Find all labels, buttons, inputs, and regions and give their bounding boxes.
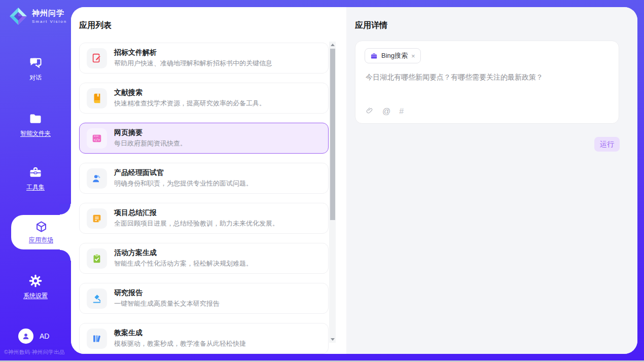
hash-icon[interactable]: #: [399, 107, 404, 116]
at-icon[interactable]: @: [382, 107, 390, 116]
sidebar-item-label: 智能文件夹: [20, 129, 51, 138]
sidebar-item-label: 对话: [29, 74, 42, 82]
avatar: [18, 329, 33, 344]
chat-icon: [28, 56, 43, 70]
app-desc: 帮助用户快速、准确地理解和解析招标书中的关键信息: [114, 59, 272, 68]
cube-icon: [34, 220, 48, 234]
app-list-title: 应用列表: [79, 20, 112, 31]
user-icon: [21, 332, 30, 341]
app-desc: 全面回顾项目进展，总结经验教训，助力未来优化发展。: [114, 219, 279, 228]
document-pen-icon: [87, 48, 107, 68]
bubble-top-fillet: [60, 204, 71, 215]
app-title: 网页摘要: [114, 128, 187, 137]
app-card-event-plan[interactable]: 活动方案生成 智能生成个性化活动方案，轻松解决规划难题。: [79, 243, 329, 274]
app-card-research-report[interactable]: 研究报告 一键智能生成高质量长文本研究报告: [79, 283, 329, 314]
sidebar-item-chat[interactable]: 对话: [0, 56, 71, 82]
app-desc: 一键智能生成高质量长文本研究报告: [114, 299, 220, 308]
app-title: 招标文件解析: [114, 48, 272, 57]
sidebar-item-settings[interactable]: 系统设置: [0, 274, 71, 300]
prompt-text[interactable]: 今日湖北有哪些新闻要点？有哪些需要关注的最新政策？: [366, 73, 609, 82]
bubble-bottom-fillet: [60, 249, 71, 261]
app-card-lesson-plan[interactable]: 教案生成 模板驱动，教案秒成，教学准备从此轻松快捷: [79, 323, 329, 354]
diamond-logo-icon: [8, 6, 28, 26]
sidebar: 神州问学 Smart Vision 对话 智能文件夹 工具集 应: [0, 0, 71, 360]
books-icon: [87, 329, 107, 349]
app-title: 文献搜索: [114, 88, 266, 97]
sidebar-item-smart-folder[interactable]: 智能文件夹: [0, 112, 71, 138]
input-toolbar: @ #: [366, 106, 404, 117]
briefcase-icon: [370, 52, 378, 60]
app-card-bid-parse[interactable]: 招标文件解析 帮助用户快速、准确地理解和解析招标书中的关键信息: [79, 43, 329, 74]
brand-subtitle: Smart Vision: [32, 19, 67, 24]
scroll-down-icon[interactable]: [329, 336, 336, 343]
app-title: 产品经理面试官: [114, 168, 253, 177]
app-desc: 每日政府新闻资讯快查。: [114, 139, 187, 148]
app-card-literature-search[interactable]: 文献搜索 快速精准查找学术资源，提高研究效率的必备工具。: [79, 83, 329, 114]
toolbox-icon: [28, 165, 43, 179]
scroll-up-icon[interactable]: [329, 42, 336, 48]
app-detail-title: 应用详情: [355, 20, 387, 31]
app-title: 教案生成: [114, 329, 246, 338]
paperclip-icon[interactable]: [366, 106, 374, 117]
main-content: 应用列表 招标文件解析 帮助用户快速、准确地理解和解析招标书中的关键信息: [71, 7, 637, 354]
app-desc: 智能生成个性化活动方案，轻松解决规划难题。: [114, 259, 253, 268]
gear-icon: [28, 274, 43, 288]
sidebar-item-label: 系统设置: [23, 292, 48, 300]
prompt-input-card[interactable]: Bing搜索 × 今日湖北有哪些新闻要点？有哪些需要关注的最新政策？ @ #: [355, 41, 619, 124]
scrollbar-thumb[interactable]: [330, 49, 335, 220]
svg-text:</>: </>: [94, 137, 100, 141]
clipboard-check-icon: [87, 248, 107, 269]
app-list: 招标文件解析 帮助用户快速、准确地理解和解析招标书中的关键信息 文献搜索 快速精…: [79, 43, 329, 354]
sidebar-item-app-market[interactable]: 应用市场: [11, 215, 71, 249]
user-account[interactable]: AD: [18, 329, 49, 344]
app-list-panel: 应用列表 招标文件解析 帮助用户快速、准确地理解和解析招标书中的关键信息: [71, 7, 346, 354]
copyright-text: ©神州数码·神州问学出品: [4, 349, 71, 356]
sidebar-item-toolset[interactable]: 工具集: [0, 165, 71, 192]
browser-code-icon: </>: [87, 128, 107, 149]
microscope-icon: [87, 288, 107, 309]
tool-tag-label: Bing搜索: [381, 51, 408, 60]
app-detail-panel: 应用详情 Bing搜索 × 今日湖北有哪些新闻要点？有哪些需要关注的最新政策？: [346, 7, 637, 354]
interviewer-icon: [87, 168, 107, 189]
app-card-web-summary[interactable]: </> 网页摘要 每日政府新闻资讯快查。: [79, 123, 329, 154]
app-list-scrollbar[interactable]: [329, 42, 336, 343]
folder-icon: [28, 112, 43, 126]
tool-tag-bing-search[interactable]: Bing搜索 ×: [365, 48, 421, 63]
app-title: 活动方案生成: [114, 248, 253, 258]
close-icon[interactable]: ×: [411, 53, 415, 59]
brand-name: 神州问学: [32, 9, 67, 18]
user-initials: AD: [40, 332, 49, 340]
app-desc: 模板驱动，教案秒成，教学准备从此轻松快捷: [114, 339, 246, 348]
app-logo: 神州问学 Smart Vision: [8, 6, 67, 26]
sidebar-item-label: 工具集: [26, 183, 45, 192]
app-card-project-summary[interactable]: 项目总结汇报 全面回顾项目进展，总结经验教训，助力未来优化发展。: [79, 203, 329, 234]
app-title: 项目总结汇报: [114, 208, 279, 218]
app-desc: 快速精准查找学术资源，提高研究效率的必备工具。: [114, 99, 266, 108]
app-desc: 明确身份和职责，为您提供专业性的面试问题。: [114, 179, 253, 188]
note-icon: [87, 208, 107, 229]
app-title: 研究报告: [114, 288, 220, 298]
app-card-pm-interviewer[interactable]: 产品经理面试官 明确身份和职责，为您提供专业性的面试问题。: [79, 163, 329, 194]
sidebar-item-label: 应用市场: [29, 236, 53, 244]
run-button[interactable]: 运行: [594, 137, 620, 152]
book-icon: [87, 88, 107, 108]
